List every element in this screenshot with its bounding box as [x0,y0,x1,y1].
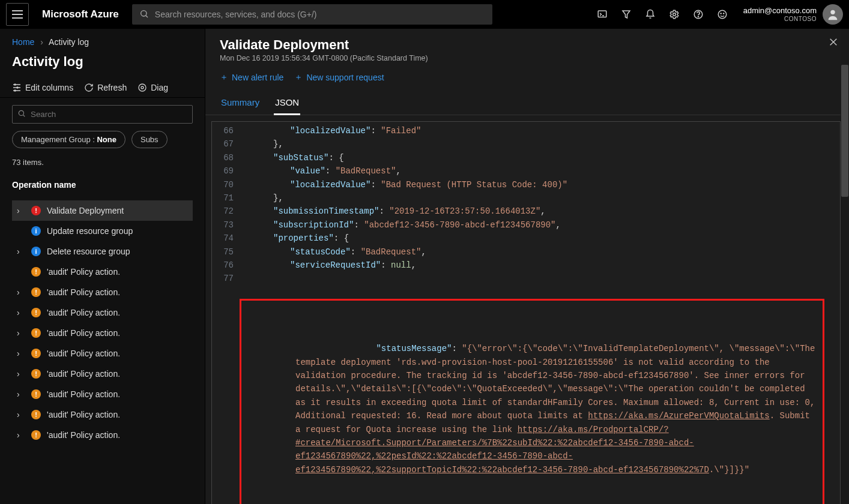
breadcrumb-current: Activity log [49,37,89,47]
panel-title: Validate Deployment [205,29,849,54]
operation-label: 'audit' Policy action. [47,328,120,338]
json-value: "abcdef12-3456-7890-abcd-ef1234567890" [364,220,555,230]
warning-icon: ! [31,389,41,399]
detail-panel: Validate Deployment Mon Dec 16 2019 15:5… [205,29,849,504]
chevron-right-icon[interactable]: › [17,389,25,399]
operation-label: 'audit' Policy action. [47,430,120,440]
scrollbar-track[interactable] [841,115,849,504]
panel-tabs: Summary JSON [205,90,849,115]
close-icon[interactable] [829,37,838,49]
json-value: "Failed" [381,126,421,136]
operation-row[interactable]: ›!'audit' Policy action. [12,282,193,302]
new-alert-rule-button[interactable]: ＋ New alert rule [220,72,283,83]
error-icon: ! [31,206,41,215]
notifications-icon[interactable] [645,9,656,20]
operation-row[interactable]: ›!'audit' Policy action. [12,404,193,425]
refresh-label: Refresh [97,83,127,92]
operation-row[interactable]: ›!'audit' Policy action. [12,364,193,384]
topbar: Microsoft Azure admin@contoso.com CONTOS… [0,0,849,29]
operation-label: 'audit' Policy action. [47,369,120,379]
activity-search[interactable] [12,105,193,124]
chevron-right-icon[interactable]: › [17,349,25,358]
chevron-right-icon[interactable]: › [17,287,25,297]
chevron-right-icon[interactable]: › [17,206,25,215]
gutter: 75 [212,245,240,259]
svg-point-24 [19,110,23,115]
json-key: "submissionTimestamp" [273,206,379,216]
operation-label: Update resource group [47,226,133,236]
operation-row[interactable]: ›!'audit' Policy action. [12,425,193,445]
refresh-button[interactable]: Refresh [84,83,127,92]
cloud-shell-icon[interactable] [597,9,608,20]
settings-icon[interactable] [669,9,680,20]
operation-label: 'audit' Policy action. [47,267,120,277]
breadcrumb: Home › Activity log [0,29,205,50]
filter-icon[interactable] [621,9,632,20]
svg-point-15 [830,10,835,14]
operation-row[interactable]: ›iDelete resource group [12,241,193,262]
feedback-icon[interactable] [717,9,728,20]
chevron-right-icon[interactable]: › [17,308,25,317]
operation-row[interactable]: iUpdate resource group [12,221,193,241]
status-message-link[interactable]: https://aka.ms/AzurePerVMQuotaLimits [588,411,769,421]
svg-point-20 [17,87,18,88]
operation-row[interactable]: ›!Validate Deployment [12,200,193,221]
item-count: 73 items. [12,155,193,167]
operation-label: Delete resource group [47,247,130,256]
warning-icon: ! [31,430,41,440]
svg-point-14 [723,13,724,14]
warning-icon: ! [31,267,41,277]
svg-point-11 [698,16,698,17]
new-support-label: New support request [306,73,384,82]
global-search-input[interactable] [155,10,485,19]
tab-summary[interactable]: Summary [220,92,261,115]
filter-mg-value: None [97,135,116,144]
warning-icon: ! [31,308,41,317]
tenant-label: CONTOSO [743,16,817,22]
user-email: admin@contoso.com [743,7,817,15]
breadcrumb-home[interactable]: Home [12,37,34,47]
filter-subscription[interactable]: Subs [131,131,168,148]
svg-point-21 [14,90,16,91]
global-search[interactable] [132,4,492,25]
operation-row[interactable]: ›!'audit' Policy action. [12,302,193,323]
help-icon[interactable] [693,9,704,20]
svg-line-25 [23,115,25,116]
json-value: "2019-12-16T23:57:50.1664013Z" [389,206,540,216]
operation-row[interactable]: ›!'audit' Policy action. [12,384,193,404]
chevron-right-icon[interactable]: › [17,410,25,419]
gutter: 70 [212,178,240,191]
chevron-right-icon[interactable]: › [17,430,25,440]
user-block[interactable]: admin@contoso.com CONTOSO [743,4,843,25]
diagnose-button[interactable]: Diag [137,83,168,92]
operation-row[interactable]: ›!'audit' Policy action. [12,343,193,364]
operation-label: 'audit' Policy action. [47,389,120,399]
left-panel: Home › Activity log Activity log Edit co… [0,29,205,504]
operation-row[interactable]: !'audit' Policy action. [12,262,193,282]
json-viewer[interactable]: 66"localizedValue": "Failed" 67}, 68"sub… [205,115,849,504]
diagnose-label: Diag [151,83,168,92]
json-key: "localizedValue" [290,126,370,136]
operation-row[interactable]: ›!'audit' Policy action. [12,323,193,343]
chevron-right-icon: › [40,37,43,47]
new-support-request-button[interactable]: ＋ New support request [294,72,384,83]
scrollbar-thumb[interactable] [841,115,848,197]
avatar[interactable] [823,4,843,25]
svg-marker-7 [623,11,630,18]
chevron-right-icon[interactable]: › [17,247,25,256]
gutter: 77 [212,272,240,285]
chevron-right-icon[interactable]: › [17,369,25,379]
activity-search-input[interactable] [31,110,187,119]
brand-label: Microsoft Azure [37,8,124,20]
json-key: "statusMessage" [376,344,452,353]
tab-json[interactable]: JSON [274,92,300,115]
gutter: 74 [212,232,240,245]
chevron-right-icon[interactable]: › [17,328,25,338]
info-icon: i [31,226,41,236]
status-message-text: "{\"error\":{\"code\":\"InvalidTemplateD… [295,344,820,421]
filter-management-group[interactable]: Management Group : None [12,131,125,148]
edit-columns-button[interactable]: Edit columns [12,83,73,92]
top-icon-bar [597,9,728,20]
json-key: "subscriptionId" [273,220,354,230]
hamburger-menu[interactable] [6,3,29,26]
